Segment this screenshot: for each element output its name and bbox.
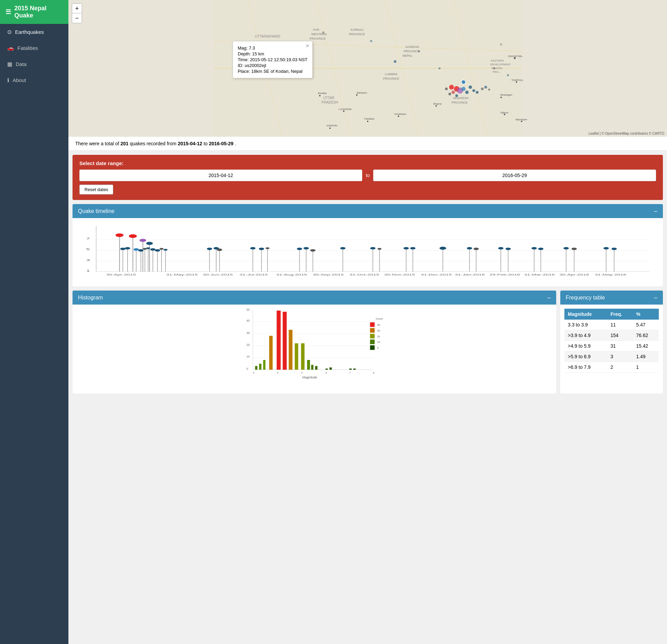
freq-table-title: Frequency table (566, 295, 605, 301)
reset-dates-button[interactable]: Reset dates (79, 185, 113, 194)
svg-point-88 (129, 234, 137, 238)
svg-point-61 (455, 94, 458, 97)
sidebar-item-fatalities[interactable]: 🚗 Fatalities (0, 40, 68, 56)
svg-point-150 (506, 247, 511, 250)
svg-point-86 (116, 233, 123, 237)
svg-point-50 (521, 121, 522, 122)
svg-text:PROVINCE: PROVINCE (383, 77, 399, 80)
svg-point-73 (493, 67, 495, 69)
svg-text:KARNALI: KARNALI (351, 28, 364, 31)
svg-text:5: 5 (86, 247, 90, 251)
svg-text:Bareilly•: Bareilly• (318, 92, 327, 95)
summary-middle: quakes recorded from (130, 141, 178, 146)
svg-point-60 (476, 91, 479, 94)
date-inputs-row: to (79, 170, 656, 181)
svg-rect-202 (329, 367, 332, 370)
svg-rect-215 (370, 339, 375, 344)
svg-text:30: 30 (377, 329, 380, 332)
svg-point-40 (356, 94, 357, 96)
svg-point-124 (265, 247, 270, 249)
sidebar: ☰ 2015 Nepal Quake ⊙ Earthquakes 🚗 Fatal… (0, 0, 68, 644)
svg-text:PROVINCE: PROVINCE (349, 32, 365, 36)
svg-point-162 (612, 247, 617, 250)
sidebar-item-earthquakes[interactable]: ⊙ Earthquakes (0, 24, 68, 40)
freq-table-row: >5.9 to 6.931.49 (564, 351, 659, 362)
svg-point-65 (484, 86, 487, 89)
hamburger-icon[interactable]: ☰ (5, 8, 11, 16)
col-header-pct: % (633, 309, 659, 320)
histogram-body: 0 10 20 30 40 50 (73, 305, 556, 393)
svg-text:31-May-2016: 31-May-2016 (595, 273, 626, 276)
svg-point-104 (146, 247, 150, 249)
sidebar-item-about[interactable]: ℹ About (0, 72, 68, 88)
date-range-section: Select date range: to Reset dates (73, 155, 663, 200)
timeline-collapse-button[interactable]: – (654, 207, 657, 215)
svg-rect-193 (277, 311, 281, 370)
svg-text:PROVINCE: PROVINCE (310, 37, 326, 40)
summary-prefix: There were a total of (75, 141, 120, 146)
map-svg: UTTARAKHAND FAR- WESTERN PROVINCE KARNAL… (68, 0, 667, 137)
popup-time: Time: 2015-05-12 12:50:19.03 NST (238, 57, 308, 62)
svg-rect-204 (353, 368, 356, 370)
svg-point-126 (297, 247, 302, 250)
svg-text:PROVINCE: PROVINCE (452, 101, 468, 104)
svg-text:8: 8 (373, 371, 374, 374)
map-zoom-controls: + − (72, 3, 82, 23)
svg-point-152 (532, 247, 537, 250)
svg-point-92 (146, 242, 153, 245)
svg-text:40: 40 (247, 319, 250, 322)
svg-rect-212 (370, 322, 375, 327)
date-to-input[interactable] (373, 170, 656, 181)
freq-table-collapse-button[interactable]: – (654, 294, 657, 301)
svg-text:MADHESH: MADHESH (453, 96, 469, 100)
freq-table-body: Magnitude Freq. % 3.3 to 3.9115.47>3.9 t… (560, 305, 663, 377)
svg-text:31-Mar-2016: 31-Mar-2016 (524, 273, 555, 276)
timeline-header: Quake timeline – (73, 204, 663, 218)
map-container[interactable]: UTTARAKHAND FAR- WESTERN PROVINCE KARNAL… (68, 0, 667, 137)
freq-cell-freq: 3 (607, 351, 633, 362)
frequency-table: Magnitude Freq. % 3.3 to 3.9115.47>3.9 t… (564, 309, 659, 373)
freq-table-header: Frequency table – (560, 291, 663, 305)
freq-table-row: 3.3 to 3.9115.47 (564, 320, 659, 330)
freq-cell-freq: 31 (607, 341, 633, 351)
sidebar-item-data[interactable]: ▦ Data (0, 56, 68, 72)
svg-point-158 (572, 247, 577, 250)
svg-point-160 (603, 247, 609, 250)
svg-point-67 (461, 80, 466, 84)
svg-text:31-Jan-2016: 31-Jan-2016 (455, 273, 485, 276)
zoom-out-button[interactable]: − (72, 13, 82, 23)
svg-text:PRADESH: PRADESH (322, 100, 338, 104)
freq-cell-pct: 76.62 (633, 330, 659, 341)
svg-text:20: 20 (377, 335, 380, 338)
svg-rect-192 (269, 336, 273, 370)
svg-text:Count: Count (376, 317, 383, 320)
svg-point-98 (133, 248, 139, 251)
svg-point-63 (445, 88, 448, 90)
popup-place: Place: 18km SE of Kodari, Nepal (238, 69, 308, 74)
zoom-in-button[interactable]: + (72, 4, 82, 13)
svg-text:6: 6 (326, 371, 327, 374)
svg-text:UTTARAKHAND: UTTARAKHAND (255, 35, 280, 38)
popup-depth: Depth: 15 km (238, 51, 308, 56)
timeline-panel: Quake timeline – 1 3 5 7 (73, 204, 663, 286)
histogram-collapse-button[interactable]: – (547, 294, 551, 301)
svg-text:UTTAR: UTTAR (323, 96, 335, 100)
col-header-magnitude: Magnitude (564, 309, 607, 320)
freq-cell-pct: 15.42 (633, 341, 659, 351)
svg-text:Magnitude: Magnitude (302, 376, 317, 379)
svg-rect-194 (283, 312, 287, 370)
svg-text:GANDAKI: GANDAKI (405, 45, 419, 49)
svg-text:DEVELOPMENT: DEVELOPMENT (490, 63, 511, 66)
svg-point-148 (498, 247, 503, 250)
date-from-input[interactable] (79, 170, 362, 181)
col-header-freq: Freq. (607, 309, 633, 320)
svg-text:0: 0 (377, 346, 379, 349)
popup-close-button[interactable]: ✕ (305, 43, 310, 49)
svg-text:4: 4 (277, 371, 278, 374)
svg-point-112 (164, 249, 168, 251)
svg-rect-189 (255, 366, 258, 370)
svg-rect-191 (263, 360, 265, 370)
svg-text:7: 7 (349, 371, 351, 374)
svg-point-32 (343, 110, 344, 112)
timeline-body: 1 3 5 7 (73, 218, 663, 286)
